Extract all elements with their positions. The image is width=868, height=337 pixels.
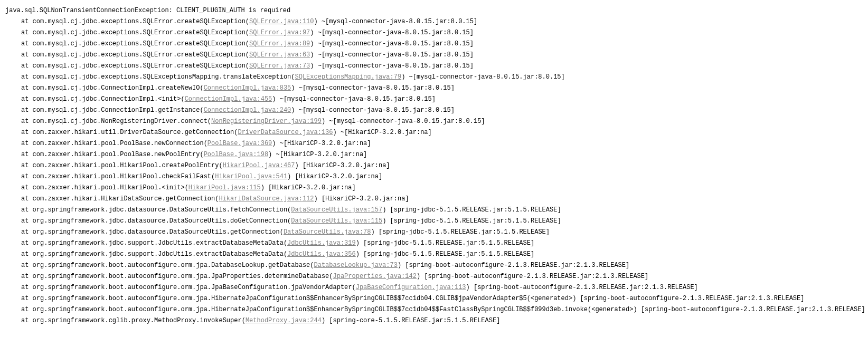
frame-method: at org.springframework.jdbc.support.Jdbc…	[21, 251, 287, 258]
stack-frame: at org.springframework.boot.autoconfigur…	[5, 271, 863, 282]
frame-suffix: ) [spring-boot-autoconfigure-2.1.3.RELEA…	[417, 273, 648, 280]
stack-frame: at com.zaxxer.hikari.pool.PoolBase.newCo…	[5, 138, 863, 149]
frame-method: at com.mysql.cj.jdbc.exceptions.SQLError…	[21, 29, 249, 36]
frame-method: at org.springframework.boot.autoconfigur…	[21, 273, 333, 280]
source-link[interactable]: ConnectionImpl.java:240	[204, 107, 291, 114]
stack-frame: at com.mysql.cj.jdbc.NonRegisteringDrive…	[5, 116, 863, 127]
source-link[interactable]: JdbcUtils.java:319	[287, 239, 356, 247]
stack-frame: at com.zaxxer.hikari.pool.PoolBase.newPo…	[5, 149, 863, 160]
frame-suffix: ) ~[mysql-connector-java-8.0.15.jar:8.0.…	[291, 107, 455, 114]
source-link[interactable]: SQLError.java:97	[249, 29, 310, 36]
frame-method: at com.zaxxer.hikari.HikariDataSource.ge…	[21, 195, 219, 203]
stack-frame: at com.mysql.cj.jdbc.exceptions.SQLError…	[5, 50, 863, 61]
stack-frame: at com.mysql.cj.jdbc.ConnectionImpl.crea…	[5, 83, 863, 94]
source-link[interactable]: MethodProxy.java:244	[246, 317, 322, 324]
source-link[interactable]: HikariDataSource.java:112	[219, 195, 314, 203]
frame-method: at com.mysql.cj.jdbc.exceptions.SQLError…	[21, 18, 249, 25]
stack-frame: at com.mysql.cj.jdbc.exceptions.SQLError…	[5, 16, 863, 27]
frame-method: at com.zaxxer.hikari.pool.HikariPool.<in…	[21, 184, 188, 191]
frame-method: at com.mysql.cj.jdbc.exceptions.SQLError…	[21, 40, 249, 47]
frame-suffix: ) [spring-boot-autoconfigure-2.1.3.RELEA…	[398, 262, 629, 269]
source-link[interactable]: DataSourceUtils.java:157	[291, 206, 382, 214]
frame-suffix: ) ~[HikariCP-3.2.0.jar:na]	[268, 151, 367, 158]
frame-method: at com.mysql.cj.jdbc.ConnectionImpl.<ini…	[21, 95, 185, 103]
frame-suffix: ) [spring-jdbc-5.1.5.RELEASE.jar:5.1.5.R…	[356, 239, 534, 247]
stack-frame: at com.mysql.cj.jdbc.exceptions.SQLError…	[5, 27, 863, 38]
exception-message: java.sql.SQLNonTransientConnectionExcept…	[5, 5, 863, 16]
stack-frame: at org.springframework.jdbc.datasource.D…	[5, 227, 863, 238]
frame-method: at org.springframework.boot.autoconfigur…	[21, 262, 314, 269]
stacktrace-container: at com.mysql.cj.jdbc.exceptions.SQLError…	[5, 16, 863, 326]
stack-frame: at com.mysql.cj.jdbc.ConnectionImpl.getI…	[5, 105, 863, 116]
frame-method: at org.springframework.jdbc.support.Jdbc…	[21, 239, 287, 247]
source-link[interactable]: PoolBase.java:369	[207, 140, 272, 147]
source-link[interactable]: NonRegisteringDriver.java:199	[211, 118, 322, 125]
stack-frame: at com.mysql.cj.jdbc.exceptions.SQLExcep…	[5, 72, 863, 83]
stack-frame: at com.zaxxer.hikari.util.DriverDataSour…	[5, 127, 863, 138]
frame-suffix: ) ~[mysql-connector-java-8.0.15.jar:8.0.…	[272, 95, 436, 103]
frame-method: at org.springframework.boot.autoconfigur…	[21, 306, 633, 313]
frame-suffix: ) ~[HikariCP-3.2.0.jar:na]	[272, 140, 371, 147]
source-link[interactable]: DataSourceUtils.java:78	[284, 228, 371, 236]
frame-method: at com.zaxxer.hikari.pool.HikariPool.cre…	[21, 162, 223, 169]
source-link[interactable]: DriverDataSource.java:136	[238, 129, 333, 136]
stack-frame: at org.springframework.jdbc.datasource.D…	[5, 205, 863, 216]
stack-frame: at com.zaxxer.hikari.pool.HikariPool.<in…	[5, 182, 863, 194]
frame-suffix: ) ~[mysql-connector-java-8.0.15.jar:8.0.…	[314, 18, 478, 25]
source-link[interactable]: ConnectionImpl.java:835	[204, 84, 291, 92]
source-link[interactable]: SQLError.java:63	[249, 51, 310, 59]
frame-suffix: ) ~[mysql-connector-java-8.0.15.jar:8.0.…	[310, 40, 474, 47]
stack-frame: at org.springframework.boot.autoconfigur…	[5, 293, 863, 304]
stack-frame: at org.springframework.cglib.proxy.Metho…	[5, 315, 863, 326]
frame-suffix: ) [HikariCP-3.2.0.jar:na]	[287, 173, 382, 180]
stack-frame: at org.springframework.jdbc.support.Jdbc…	[5, 238, 863, 249]
frame-suffix: ) [spring-jdbc-5.1.5.RELEASE.jar:5.1.5.R…	[371, 228, 550, 236]
source-link[interactable]: PoolBase.java:198	[204, 151, 268, 158]
frame-method: at com.mysql.cj.jdbc.exceptions.SQLError…	[21, 62, 249, 70]
frame-method: at org.springframework.boot.autoconfigur…	[21, 295, 572, 302]
source-link[interactable]: DataSourceUtils.java:115	[291, 217, 382, 225]
source-link[interactable]: DatabaseLookup.java:73	[314, 262, 398, 269]
source-link[interactable]: HikariPool.java:541	[215, 173, 287, 180]
frame-method: at org.springframework.jdbc.datasource.D…	[21, 228, 284, 236]
stack-frame: at com.zaxxer.hikari.pool.HikariPool.che…	[5, 171, 863, 182]
source-link[interactable]: HikariPool.java:115	[188, 184, 261, 191]
source-link[interactable]: SQLError.java:73	[249, 62, 310, 70]
frame-suffix: ) [spring-boot-autoconfigure-2.1.3.RELEA…	[572, 295, 804, 302]
frame-method: at org.springframework.jdbc.datasource.D…	[21, 217, 291, 225]
frame-method: at org.springframework.boot.autoconfigur…	[21, 284, 356, 291]
stack-frame: at org.springframework.boot.autoconfigur…	[5, 282, 863, 293]
frame-method: at com.mysql.cj.jdbc.NonRegisteringDrive…	[21, 118, 211, 125]
stack-frame: at org.springframework.jdbc.datasource.D…	[5, 216, 863, 227]
source-link[interactable]: SQLError.java:89	[249, 40, 310, 47]
source-link[interactable]: ConnectionImpl.java:455	[185, 95, 272, 103]
frame-method: at com.zaxxer.hikari.util.DriverDataSour…	[21, 129, 238, 136]
frame-suffix: ) ~[mysql-connector-java-8.0.15.jar:8.0.…	[310, 51, 474, 59]
frame-method: at org.springframework.jdbc.datasource.D…	[21, 206, 291, 214]
frame-suffix: ) [HikariCP-3.2.0.jar:na]	[295, 162, 390, 169]
source-link[interactable]: JpaProperties.java:142	[333, 273, 417, 280]
frame-suffix: ) ~[mysql-connector-java-8.0.15.jar:8.0.…	[310, 62, 474, 70]
stack-frame: at com.mysql.cj.jdbc.exceptions.SQLError…	[5, 38, 863, 50]
source-link[interactable]: JdbcUtils.java:356	[287, 251, 356, 258]
frame-suffix: ) [spring-boot-autoconfigure-2.1.3.RELEA…	[633, 306, 865, 313]
source-link[interactable]: SQLExceptionsMapping.java:79	[295, 73, 401, 81]
stack-frame: at org.springframework.jdbc.support.Jdbc…	[5, 249, 863, 260]
frame-method: at com.zaxxer.hikari.pool.PoolBase.newCo…	[21, 140, 207, 147]
frame-method: at com.zaxxer.hikari.pool.HikariPool.che…	[21, 173, 215, 180]
stack-frame: at com.zaxxer.hikari.pool.HikariPool.cre…	[5, 160, 863, 171]
frame-suffix: ) [spring-core-5.1.5.RELEASE.jar:5.1.5.R…	[322, 317, 500, 324]
stack-frame: at com.mysql.cj.jdbc.ConnectionImpl.<ini…	[5, 94, 863, 105]
source-link[interactable]: HikariPool.java:467	[223, 162, 295, 169]
frame-suffix: ) [spring-jdbc-5.1.5.RELEASE.jar:5.1.5.R…	[356, 251, 534, 258]
stack-frame: at org.springframework.boot.autoconfigur…	[5, 260, 863, 271]
stack-frame: at com.zaxxer.hikari.HikariDataSource.ge…	[5, 194, 863, 205]
frame-suffix: ) ~[mysql-connector-java-8.0.15.jar:8.0.…	[291, 84, 455, 92]
frame-method: at com.mysql.cj.jdbc.ConnectionImpl.getI…	[21, 107, 204, 114]
frame-suffix: ) [HikariCP-3.2.0.jar:na]	[261, 184, 356, 191]
source-link[interactable]: SQLError.java:110	[249, 18, 314, 25]
frame-method: at com.mysql.cj.jdbc.exceptions.SQLExcep…	[21, 73, 295, 81]
frame-method: at org.springframework.cglib.proxy.Metho…	[21, 317, 246, 324]
frame-suffix: ) ~[mysql-connector-java-8.0.15.jar:8.0.…	[322, 118, 485, 125]
source-link[interactable]: JpaBaseConfiguration.java:113	[356, 284, 466, 291]
